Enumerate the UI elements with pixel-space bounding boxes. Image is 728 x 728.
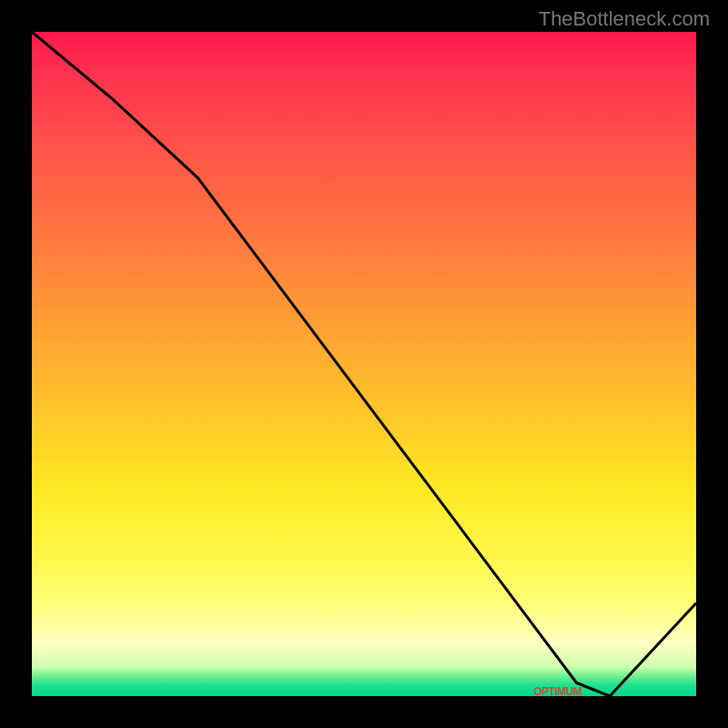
optimum-annotation: OPTIMUM — [533, 685, 581, 696]
chart-line-svg — [32, 32, 696, 696]
chart-plot-area: OPTIMUM — [32, 32, 696, 696]
bottleneck-curve-path — [32, 32, 696, 696]
watermark-text: TheBottleneck.com — [539, 7, 710, 31]
